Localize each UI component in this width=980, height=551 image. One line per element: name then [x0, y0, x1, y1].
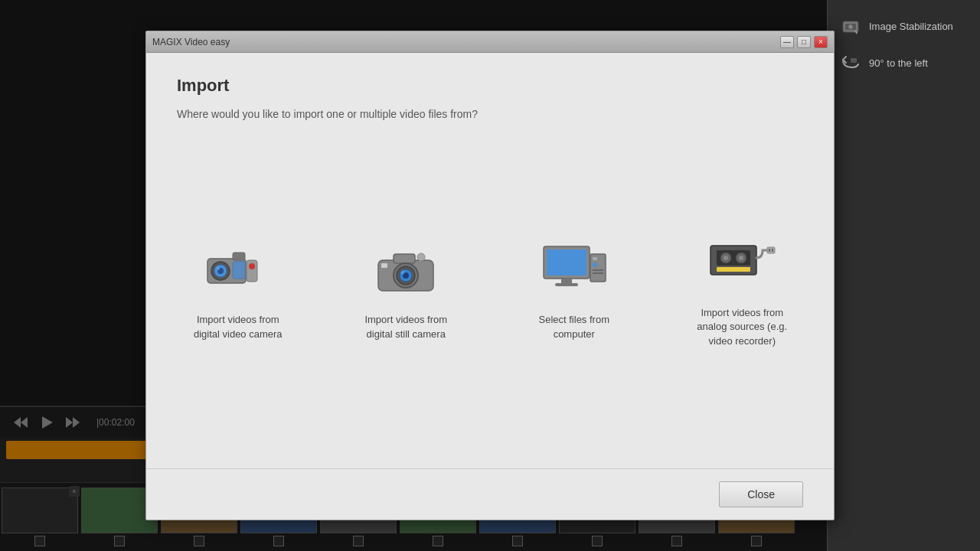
- import-label-computer: Select files from computer: [525, 313, 623, 341]
- svg-rect-32: [593, 257, 597, 260]
- import-option-digital-video-camera[interactable]: Import videos from digital video camera: [177, 227, 299, 353]
- svg-rect-3: [851, 58, 857, 63]
- svg-rect-43: [767, 247, 775, 253]
- computer-icon: [536, 240, 612, 301]
- import-option-analog-sources[interactable]: Import videos from analog sources (e.g. …: [681, 220, 804, 360]
- svg-rect-19: [394, 254, 415, 263]
- dialog-footer: Close: [146, 468, 834, 520]
- dialog-heading: Import: [177, 76, 803, 96]
- svg-rect-29: [561, 279, 572, 283]
- import-label-analog-sources: Import videos from analog sources (e.g. …: [694, 306, 792, 348]
- image-stabilization-item[interactable]: Image Stabilization: [835, 8, 972, 44]
- svg-rect-42: [717, 267, 750, 272]
- svg-rect-30: [555, 283, 578, 286]
- rotate-left-icon: [838, 51, 863, 75]
- rotate-left-item[interactable]: 90° to the left: [835, 44, 972, 81]
- svg-rect-15: [233, 262, 245, 279]
- maximize-button[interactable]: □: [797, 36, 811, 48]
- svg-rect-44: [769, 249, 770, 252]
- svg-point-13: [217, 267, 220, 270]
- svg-rect-34: [593, 269, 603, 271]
- import-option-computer[interactable]: Select files from computer: [513, 227, 635, 353]
- svg-point-41: [739, 256, 743, 260]
- digital-still-camera-icon: [368, 240, 444, 301]
- svg-point-24: [401, 271, 405, 275]
- svg-rect-35: [593, 272, 603, 274]
- dialog-buttons: — □ ×: [780, 36, 828, 48]
- dialog-close-button[interactable]: ×: [814, 36, 828, 48]
- analog-sources-icon: [704, 233, 780, 294]
- right-panel: Image Stabilization 90° to the left: [827, 0, 980, 551]
- image-stabilization-label: Image Stabilization: [869, 21, 953, 32]
- svg-rect-28: [547, 249, 586, 276]
- svg-point-33: [593, 262, 597, 267]
- import-dialog: MAGIX Video easy — □ × Import Where woul…: [145, 31, 835, 520]
- dialog-titlebar: MAGIX Video easy — □ ×: [146, 31, 834, 53]
- close-dialog-button[interactable]: Close: [719, 481, 803, 507]
- image-stabilization-icon: [838, 14, 863, 38]
- import-label-digital-video-camera: Import videos from digital video camera: [189, 313, 287, 341]
- svg-rect-45: [772, 249, 773, 252]
- digital-video-camera-icon: [200, 240, 276, 301]
- dialog-content: Import Where would you like to import on…: [146, 53, 834, 468]
- import-options: Import videos from digital video camera: [177, 151, 803, 445]
- svg-point-39: [724, 256, 728, 260]
- svg-point-2: [848, 24, 853, 29]
- rotate-left-label: 90° to the left: [869, 57, 928, 69]
- modal-overlay: MAGIX Video easy — □ × Import Where woul…: [0, 0, 827, 551]
- minimize-button[interactable]: —: [780, 36, 794, 48]
- svg-point-17: [249, 263, 255, 269]
- svg-rect-14: [233, 253, 245, 260]
- svg-point-26: [417, 253, 425, 261]
- dialog-title: MAGIX Video easy: [152, 37, 230, 47]
- svg-rect-25: [381, 263, 387, 268]
- dialog-subtext: Where would you like to import one or mu…: [177, 108, 803, 120]
- import-option-digital-still-camera[interactable]: Import videos from digital still camera: [345, 227, 468, 353]
- import-label-digital-still-camera: Import videos from digital still camera: [358, 313, 456, 341]
